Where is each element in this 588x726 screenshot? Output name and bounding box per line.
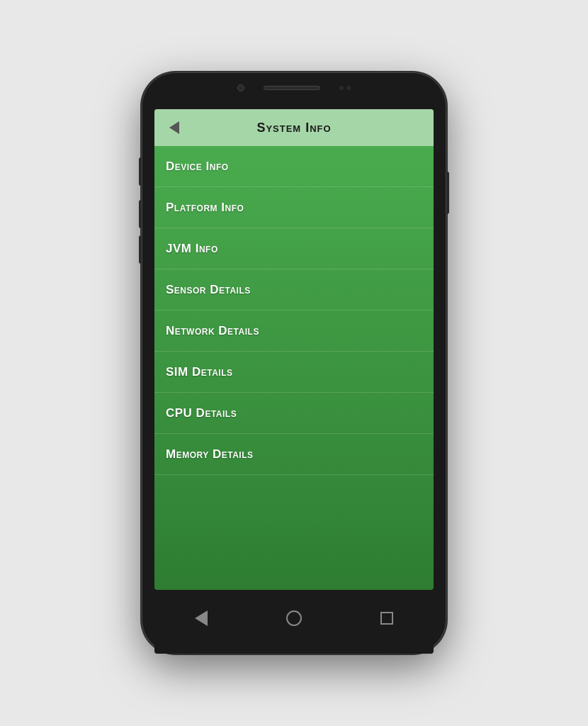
sensor-dot xyxy=(346,86,351,90)
nav-home-icon xyxy=(286,610,302,626)
menu-item-network-details[interactable]: Network Details xyxy=(154,311,434,352)
menu-item-jvm-info[interactable]: JVM Info xyxy=(154,228,434,269)
back-arrow-icon xyxy=(169,121,179,134)
speaker-grille xyxy=(264,86,320,90)
menu-item-platform-info[interactable]: Platform Info xyxy=(154,187,434,228)
nav-recents-button[interactable] xyxy=(373,604,401,632)
front-camera-icon xyxy=(237,84,244,91)
phone-wrapper: System Info Device Info Platform Info JV… xyxy=(142,72,446,654)
phone-body: System Info Device Info Platform Info JV… xyxy=(142,72,446,654)
menu-item-cpu-details[interactable]: CPU Details xyxy=(154,393,434,434)
menu-item-sim-details[interactable]: SIM Details xyxy=(154,352,434,393)
menu-item-sensor-details[interactable]: Sensor Details xyxy=(154,269,434,311)
screen: System Info Device Info Platform Info JV… xyxy=(154,109,434,590)
app-bar: System Info xyxy=(154,109,434,146)
menu-item-device-info[interactable]: Device Info xyxy=(154,146,434,187)
app-title: System Info xyxy=(186,121,425,135)
nav-back-icon xyxy=(195,610,208,626)
screen-empty-area xyxy=(154,475,434,590)
menu-list: Device Info Platform Info JVM Info Senso… xyxy=(154,146,434,590)
sensor-dot xyxy=(339,86,344,90)
menu-item-memory-details[interactable]: Memory Details xyxy=(154,434,434,475)
sensor-dots xyxy=(339,86,351,90)
nav-back-button[interactable] xyxy=(187,604,215,632)
back-button[interactable] xyxy=(163,116,186,139)
nav-bar xyxy=(154,590,434,654)
phone-top xyxy=(237,85,351,91)
nav-recents-icon xyxy=(380,612,393,625)
nav-home-button[interactable] xyxy=(280,604,308,632)
